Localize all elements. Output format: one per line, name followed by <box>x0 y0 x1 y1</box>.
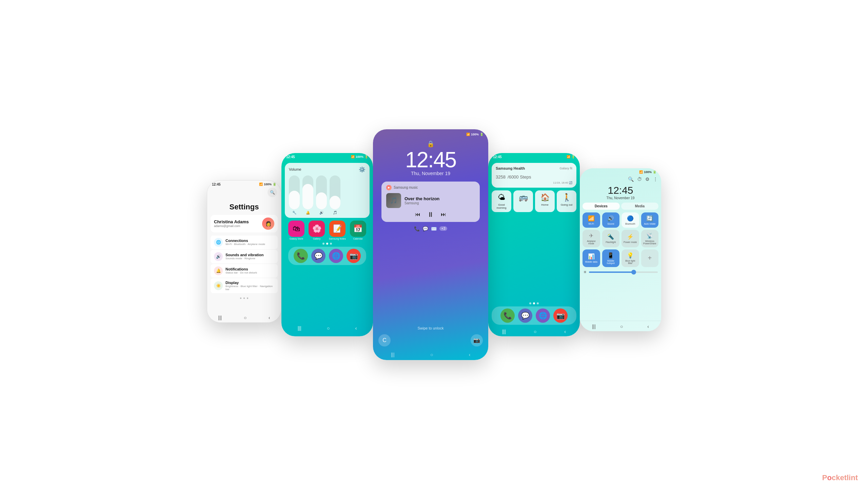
settings-screen: 12:45 📶 100% 🔋 🔍 Settings Christina Adam… <box>207 181 281 322</box>
lock-icon: 🔒 <box>427 140 434 148</box>
tile-autorotate[interactable]: 🔄 Auto rotate <box>641 212 659 228</box>
connections-sub: Wi-Fi · Bluetooth · Airplane mode <box>225 243 274 246</box>
tile-hotspot[interactable]: 📱 Mobile hotspot <box>602 249 620 267</box>
scenes-grid: 🌤 Good morning 🚌 🏠 Home 🚶 Going out <box>488 190 580 212</box>
tile-power-mode[interactable]: ⚡ Power mode <box>622 230 639 247</box>
nav-home[interactable]: ○ <box>244 315 246 320</box>
avatar: 👩 <box>262 218 274 230</box>
lock-time: 12:45 <box>405 149 456 171</box>
ctrl-tabs: Devices Media <box>580 203 661 210</box>
nav-bar-4: ||| ○ ‹ <box>488 326 580 336</box>
nav-bar-3: ||| ○ ‹ <box>373 349 488 360</box>
nav-back-4[interactable]: ‹ <box>564 329 566 334</box>
health-card: Samsung Health Galaxy fit 3258 /6000 Ste… <box>492 163 576 188</box>
tile-flashlight[interactable]: 🔦 Flashlight <box>602 230 620 247</box>
tile-airplane[interactable]: ✈ Airplane mode <box>583 230 600 247</box>
dock-camera[interactable]: 📷 <box>347 249 361 263</box>
app-gallery[interactable]: 🌸 Gallery <box>309 221 325 240</box>
vol-slider-media: 🔧 <box>289 175 300 214</box>
scene-home[interactable]: 🏠 Home <box>535 190 555 212</box>
connections-icon: 🌐 <box>214 238 223 247</box>
settings-item-notifications[interactable]: 🔔 Notifications Status bar · Do not dist… <box>211 264 278 278</box>
scene-going-out[interactable]: 🚶 Going out <box>557 190 576 212</box>
timer-icon[interactable]: ⏱ <box>637 176 642 182</box>
music-artist: Samsung <box>405 201 475 205</box>
nav-home-5[interactable]: ○ <box>620 324 623 329</box>
health-goal: /6000 Steps <box>508 174 531 180</box>
nav-home-4[interactable]: ○ <box>534 329 536 334</box>
display-icon: ☀️ <box>214 281 223 290</box>
more-icon[interactable]: ⋮ <box>653 176 658 182</box>
vol-slider-notification: 🔊 <box>316 175 327 214</box>
nav-back[interactable]: ‹ <box>269 315 270 320</box>
ctrl-grid: 📶 Wi-Fi 🔊 Sound 🔵 Bluetooth 🔄 Auto rotat… <box>580 212 661 267</box>
settings-icon[interactable]: ⚙ <box>645 176 650 182</box>
search-button[interactable]: 🔍 <box>268 188 277 197</box>
settings-item-display[interactable]: ☀️ Display Brightness · Blue light filte… <box>211 278 278 293</box>
dock-browser-4[interactable]: 🌐 <box>536 308 550 323</box>
nav-recent[interactable]: ||| <box>218 315 222 320</box>
nav-recent-3[interactable]: ||| <box>391 352 395 357</box>
time-1: 12:45 <box>212 183 221 186</box>
notif-email: ✉️ <box>431 226 437 231</box>
dock-browser[interactable]: 🌐 <box>329 249 343 263</box>
sounds-sub: Sounds mode · Ringtone <box>225 257 274 260</box>
scene-transport[interactable]: 🚌 <box>513 190 533 212</box>
notifications-label: Notifications <box>225 267 274 271</box>
settings-search-row: 🔍 <box>207 188 281 200</box>
tab-devices[interactable]: Devices <box>583 203 620 210</box>
settings-item-sounds[interactable]: 🔊 Sounds and vibration Sounds mode · Rin… <box>211 250 278 263</box>
profile-section[interactable]: Christina Adams adams@gmail.com 👩 <box>211 215 278 232</box>
settings-item-connections[interactable]: 🌐 Connections Wi-Fi · Bluetooth · Airpla… <box>211 236 278 249</box>
notif-count: +3 <box>439 226 447 231</box>
nav-home-3[interactable]: ○ <box>430 352 433 357</box>
lock-camera-shortcut[interactable]: C <box>378 334 391 346</box>
nav-recent-2[interactable]: ||| <box>298 325 301 331</box>
pause-button[interactable]: ⏸ <box>427 211 434 219</box>
prev-button[interactable]: ⏮ <box>415 211 420 218</box>
nav-recent-5[interactable]: ||| <box>592 324 596 329</box>
dock-camera-4[interactable]: 📷 <box>553 308 568 323</box>
nav-back-5[interactable]: ‹ <box>647 324 649 329</box>
tab-media[interactable]: Media <box>621 203 658 210</box>
app-samsung-notes[interactable]: 📝 Samsung Notes <box>329 221 346 240</box>
brightness-thumb[interactable] <box>631 270 636 275</box>
app-galaxy-store[interactable]: 🛍 Galaxy Store <box>288 221 304 240</box>
nav-bar-1: ||| ○ ‹ <box>207 312 281 322</box>
tile-add[interactable]: + <box>641 249 659 267</box>
nav-back-2[interactable]: ‹ <box>355 325 357 331</box>
main-scene: 12:45 📶 100% 🔋 🔍 Settings Christina Adam… <box>0 0 868 489</box>
status-bar-3: 📶 100% 🔋 <box>373 129 488 137</box>
dock-messages[interactable]: 💬 <box>311 249 326 263</box>
search-icon-5[interactable]: 🔍 <box>628 176 634 182</box>
tile-sound[interactable]: 🔊 Sound <box>602 212 620 228</box>
sounds-label: Sounds and vibration <box>225 253 274 257</box>
next-button[interactable]: ⏭ <box>441 211 446 218</box>
volume-sliders: 🔧 🔔 🔊 <box>289 175 366 214</box>
app-calendar[interactable]: 📅 Calendar <box>350 221 366 240</box>
scene-good-morning[interactable]: 🌤 Good morning <box>492 190 511 212</box>
nav-bar-5: ||| ○ ‹ <box>580 321 661 331</box>
status-bar-2: 12:45 📶 100% 🔋 <box>281 153 373 160</box>
brightness-track[interactable] <box>589 271 658 273</box>
nav-recent-4[interactable]: ||| <box>502 329 506 334</box>
music-title: Over the horizon <box>405 196 475 201</box>
tile-bluelight[interactable]: 💡 Blue light filter <box>622 249 639 267</box>
volume-settings-icon[interactable]: ⚙️ <box>359 166 366 173</box>
profile-email: adams@gmail.com <box>214 224 262 228</box>
volume-label: Volume <box>289 167 301 171</box>
tile-wireless-share[interactable]: 📡 Wireless PowerShare <box>641 230 659 247</box>
notif-phone: 📞 <box>414 226 420 231</box>
phone-control-center: 📶 100% 🔋 🔍 ⏱ ⚙ ⋮ 12:45 Thu, November 19 … <box>580 168 661 331</box>
dock-phone[interactable]: 📞 <box>294 249 308 263</box>
nav-back-3[interactable]: ‹ <box>469 352 471 357</box>
lock-camera-btn[interactable]: 📷 <box>471 334 483 346</box>
tile-mobile-data[interactable]: 📊 Mobile data <box>583 249 600 267</box>
dock-phone-4[interactable]: 📞 <box>500 308 515 323</box>
tile-wifi[interactable]: 📶 Wi-Fi <box>583 212 600 228</box>
nav-home-2[interactable]: ○ <box>327 325 330 331</box>
nav-bar-2: ||| ○ ‹ <box>285 323 370 333</box>
tile-bluetooth[interactable]: 🔵 Bluetooth <box>622 212 639 228</box>
phone-home: 12:45 📶 100% 🔋 Volume ⚙️ <box>281 153 373 336</box>
dock-messages-4[interactable]: 💬 <box>518 308 532 323</box>
